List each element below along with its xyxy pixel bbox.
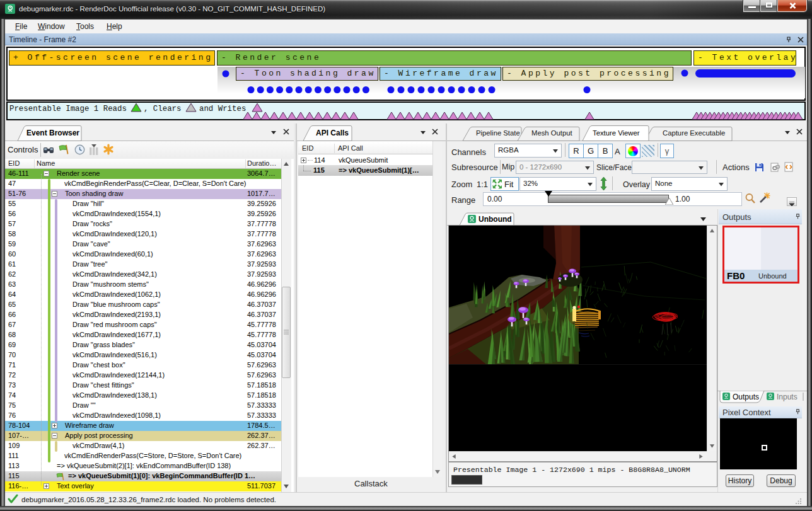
svg-text:API Calls: API Calls bbox=[316, 129, 349, 137]
svg-text:Inputs: Inputs bbox=[777, 393, 798, 401]
svg-text:Outputs: Outputs bbox=[733, 393, 759, 401]
svg-text:Event Browser: Event Browser bbox=[26, 129, 79, 137]
svg-text:Unbound: Unbound bbox=[478, 215, 512, 224]
svg-text:Mesh Output: Mesh Output bbox=[531, 129, 573, 137]
svg-text:Pipeline State: Pipeline State bbox=[476, 129, 520, 137]
svg-text:Capture Executable: Capture Executable bbox=[663, 129, 725, 137]
svg-text:Texture Viewer: Texture Viewer bbox=[593, 129, 640, 137]
